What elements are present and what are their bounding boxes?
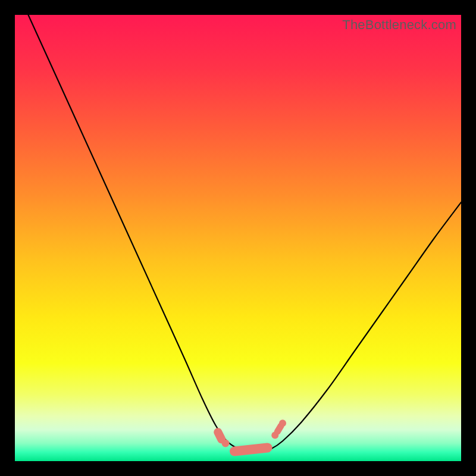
- chart-svg: [15, 15, 461, 461]
- bottleneck-curve: [29, 15, 462, 453]
- marker-capsule: [277, 426, 281, 432]
- watermark-text: TheBottleneck.com: [342, 17, 456, 33]
- marker-capsule: [218, 432, 221, 439]
- marker-dot: [222, 440, 230, 447]
- chart-frame: TheBottleneck.com: [0, 0, 476, 476]
- marker-capsule: [234, 448, 268, 452]
- marker-dot: [279, 419, 286, 427]
- plot-area: TheBottleneck.com: [15, 15, 461, 461]
